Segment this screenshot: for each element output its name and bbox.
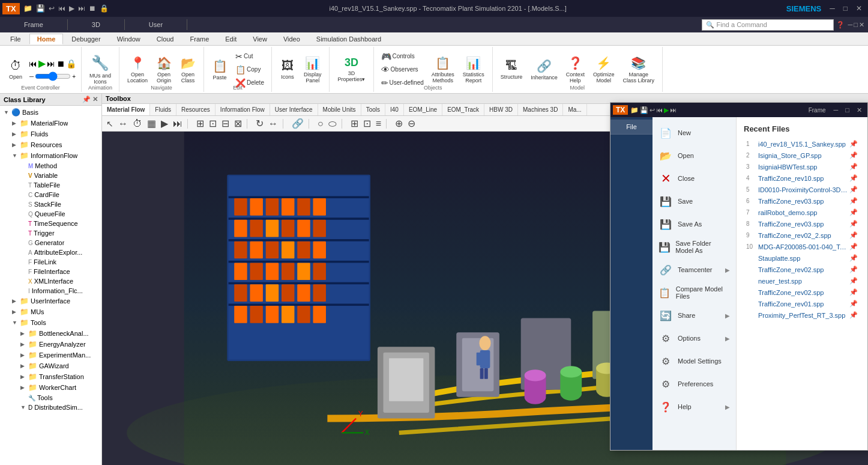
save-menu-item[interactable]: 💾 Save — [653, 190, 736, 212]
open-menu-item[interactable]: 📂 Open — [653, 145, 736, 166]
mus-and-icons-button[interactable]: 🔧 MUs andIcons — [86, 53, 114, 87]
fast-forward-button[interactable]: ⏭ — [47, 59, 55, 68]
tree-basis[interactable]: ▼ 🔵 Basis — [1, 107, 100, 118]
preferences-menu-item[interactable]: ⚙ Preferences — [653, 373, 736, 395]
tree-filelink[interactable]: F FileLink — [18, 257, 100, 267]
inheritance-button[interactable]: 🔗 Inheritance — [528, 57, 561, 82]
new-menu-item[interactable]: 📄 New — [653, 122, 736, 144]
close-menu-item[interactable]: ✕ Close — [653, 168, 736, 189]
toolbox-tab-eomline[interactable]: EOM_Line — [404, 104, 442, 115]
compare-menu-item[interactable]: 📋 Compare Model Files — [653, 282, 736, 303]
tree-xmlinterface[interactable]: X XMLInterface — [18, 276, 100, 286]
lock-button[interactable]: 🔒 — [66, 59, 76, 68]
tree-experiment[interactable]: ▶ 📁 ExperimentMan... — [18, 350, 100, 360]
icon-2[interactable]: 💾 — [35, 4, 46, 13]
tree-queuefile[interactable]: Q QueueFile — [18, 209, 100, 219]
copy-button[interactable]: 📋 Copy — [233, 64, 267, 76]
open-location-button[interactable]: 📍 OpenLocation — [124, 54, 151, 85]
clock-tool[interactable]: ⏱ — [131, 118, 144, 130]
toolbox-tab-more[interactable]: Ma... — [563, 104, 586, 115]
tab-view[interactable]: View — [245, 34, 275, 44]
recent-file-1[interactable]: 1 i40_rev18_V15.1_Sankey.spp 📌 — [744, 138, 860, 150]
icon-7[interactable]: ⏹ — [88, 4, 97, 13]
file-tab-button[interactable]: File — [610, 120, 653, 135]
tb-minimize[interactable]: ─ — [848, 21, 853, 28]
rf-pin-3[interactable]: 📌 — [849, 163, 858, 171]
icon-1[interactable]: 📁 — [22, 4, 34, 13]
play-button[interactable]: ▶ — [38, 58, 46, 69]
display-panel-button[interactable]: 📊 DisplayPanel — [301, 54, 325, 85]
fp-close[interactable]: ✕ — [854, 106, 865, 115]
tab-frame[interactable]: Frame — [182, 34, 217, 44]
rf-pin-9[interactable]: 📌 — [849, 231, 858, 239]
top-tab-frame[interactable]: Frame — [0, 19, 68, 30]
recent-file-12[interactable]: TrafficZone_rev02.spp 📌 — [744, 264, 860, 275]
open-origin-button[interactable]: 🏠 OpenOrigin — [153, 54, 175, 85]
fp-icon-5[interactable]: ▶ — [664, 106, 669, 114]
tree-tools[interactable]: ▼ 📁 Tools — [10, 317, 100, 328]
extra-tool-2[interactable]: ⊡ — [361, 117, 373, 130]
tree-cardfile[interactable]: C CardFile — [18, 190, 100, 199]
tab-video[interactable]: Video — [276, 34, 308, 44]
step-tool[interactable]: ⏭ — [171, 118, 184, 130]
toolbox-tab-resources[interactable]: Resources — [176, 104, 215, 115]
play-tool[interactable]: ▶ — [159, 117, 170, 130]
context-help-button[interactable]: ❓ ContextHelp — [563, 54, 588, 85]
tree-timesequence[interactable]: T TimeSequence — [18, 219, 100, 228]
flip-tool[interactable]: ↔ — [267, 118, 280, 130]
toolbox-tab-hbw3d[interactable]: HBW 3D — [484, 104, 518, 115]
command-search-bar[interactable]: 🔍 Find a Command — [702, 19, 834, 31]
tree-infoflow[interactable]: ▼ 📁 InformationFlow — [10, 150, 100, 161]
toolbox-tab-fluids[interactable]: Fluids — [150, 104, 176, 115]
help-menu-item[interactable]: ❓ Help ▶ — [653, 396, 736, 418]
model-settings-menu-item[interactable]: ⚙ Model Settings — [653, 350, 736, 372]
grid-tool[interactable]: ▦ — [145, 117, 158, 130]
tree-bottleneck[interactable]: ▶ 📁 BottleneckAnal... — [18, 328, 100, 339]
share-menu-item[interactable]: 🔄 Share ▶ — [653, 305, 736, 326]
tree-attrexplor[interactable]: A AttributeExplor... — [18, 248, 100, 257]
recent-file-8[interactable]: 8 TrafficZone_rev03.spp 📌 — [744, 218, 860, 229]
tab-home[interactable]: Home — [29, 34, 64, 44]
tb-close[interactable]: ✕ — [859, 21, 864, 29]
tb-maximize[interactable]: □ — [854, 21, 858, 28]
maximize-button[interactable]: □ — [840, 3, 851, 14]
resize-tool[interactable]: ⊞ — [194, 117, 206, 130]
statistics-report-button[interactable]: 📊 StatisticsReport — [460, 54, 487, 85]
tree-tools-item[interactable]: 🔧 Tools — [18, 393, 100, 403]
toolbox-tab-materialflow[interactable]: Material Flow — [102, 104, 150, 115]
extra-tool-3[interactable]: ≡ — [374, 118, 383, 130]
rf-pin-14[interactable]: 📌 — [849, 288, 858, 296]
close-button[interactable]: ✕ — [852, 3, 866, 14]
recent-file-6[interactable]: 6 TrafficZone_rev03.spp 📌 — [744, 195, 860, 207]
tab-sim-dashboard[interactable]: Simulation Dashboard — [309, 34, 389, 44]
tree-resources[interactable]: ▶ 📁 Resources — [10, 139, 100, 150]
toolbox-tab-machines3d[interactable]: Machines 3D — [518, 104, 563, 115]
help-icon[interactable]: ❓ — [836, 21, 845, 29]
minimize-button[interactable]: ─ — [826, 3, 839, 14]
controls-button[interactable]: 🎮 Controls — [379, 50, 426, 62]
savefolder-menu-item[interactable]: 💾 Save Folder Model As — [653, 236, 736, 258]
recent-file-13[interactable]: neuer_test.spp 📌 — [744, 275, 860, 287]
fp-icon-3[interactable]: ↩ — [649, 106, 655, 114]
tree-method[interactable]: M Method — [18, 161, 100, 171]
tab-edit[interactable]: Edit — [217, 34, 244, 44]
tree-infoflc[interactable]: I Information_Flc... — [18, 286, 100, 296]
open-class-button[interactable]: 📂 OpenClass — [177, 54, 199, 85]
rf-pin-4[interactable]: 📌 — [849, 174, 858, 182]
rf-pin-15[interactable]: 📌 — [849, 300, 858, 308]
rf-pin-2[interactable]: 📌 — [849, 151, 858, 159]
tree-stackfile[interactable]: S StackFile — [18, 199, 100, 209]
tab-window[interactable]: Window — [109, 34, 148, 44]
tab-file[interactable]: File — [2, 34, 29, 44]
icons-button[interactable]: 🖼 Icons — [277, 57, 298, 82]
rf-pin-5[interactable]: 📌 — [849, 186, 858, 193]
toolbox-tab-tools[interactable]: Tools — [361, 104, 385, 115]
fp-maximize[interactable]: □ — [842, 106, 852, 115]
tree-userinterface[interactable]: ▶ 📁 UserInterface — [10, 296, 100, 306]
toolbox-tab-eomtrack[interactable]: EOM_Track — [442, 104, 484, 115]
icon-3[interactable]: ↩ — [47, 4, 56, 13]
recent-file-5[interactable]: 5 ID0010-ProximityControl-3D-2201.spp 📌 — [744, 184, 860, 195]
cut-button[interactable]: ✂ Cut — [233, 50, 267, 62]
tab-cloud[interactable]: Cloud — [149, 34, 182, 44]
stop-button[interactable]: ⏹ — [56, 59, 65, 68]
